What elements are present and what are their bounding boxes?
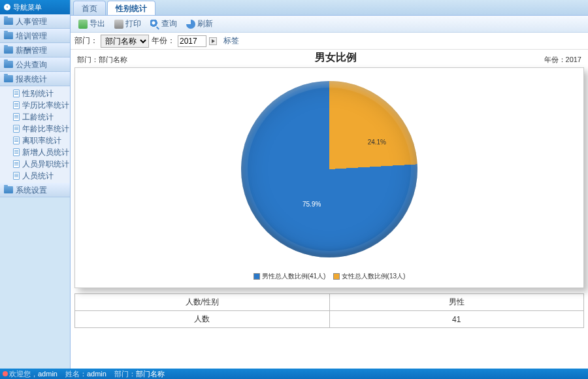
status-dept: 部门：部门名称 [114,369,165,379]
sidebar: ‹ 导航菜单 人事管理 培训管理 薪酬管理 公共查询 报表统计 性别统计 学历比… [0,0,71,369]
toolbar: 导出 打印 查询 刷新 [71,16,588,33]
legend-swatch-male [253,273,260,280]
chart-title: 男女比例 [127,51,544,65]
print-button[interactable]: 打印 [110,17,145,31]
doc-icon [13,113,20,121]
sidebar-header: ‹ 导航菜单 [0,0,70,14]
subnav-newstaff[interactable]: 新增人员统计 [0,146,70,158]
doc-icon [13,148,20,156]
tag-label: 标签 [223,35,239,46]
subnav-leave[interactable]: 离职率统计 [0,135,70,146]
folder-icon [4,46,13,54]
dept-select[interactable]: 部门名称 [101,35,149,48]
user-icon [3,371,8,376]
status-bar: 欢迎您，admin 姓名：admin 部门：部门名称 [0,369,588,379]
export-icon [78,20,88,29]
refresh-icon [186,20,195,29]
table-row: 人数/性别 男性 [75,294,584,311]
doc-icon [13,90,20,97]
folder-icon [4,75,13,82]
nav-group-report[interactable]: 报表统计 [0,72,70,86]
chart-header: 部门：部门名称 男女比例 年份：2017 [74,51,584,65]
year-input[interactable] [178,35,206,47]
doc-icon [13,172,20,180]
export-button[interactable]: 导出 [74,17,109,31]
tab-home[interactable]: 首页 [73,1,106,15]
subnav-age[interactable]: 年龄比率统计 [0,123,70,135]
status-name: 姓名：admin [65,369,106,379]
subnav-staff[interactable]: 人员统计 [0,170,70,182]
folder-icon [4,18,13,25]
nav-group-system[interactable]: 系统设置 [0,183,70,197]
pie-chart: 24.1% 75.9% 男性总人数比例(41人) 女性总人数比例(13人) [74,67,584,288]
search-icon [150,20,159,29]
chart-year: 年份：2017 [544,55,581,65]
main-area: 首页 性别统计 导出 打印 查询 刷新 部门： 部门名称 年份： 标签 部门：部… [71,0,588,369]
table-row: 人数 41 [75,311,584,328]
folder-icon [4,61,13,68]
print-icon [114,20,123,29]
legend-female: 女性总人数比例(13人) [342,272,406,280]
pie-label-male: 75.9% [302,201,321,208]
table-header-left: 人数/性别 [75,294,330,311]
chart-legend: 男性总人数比例(41人) 女性总人数比例(13人) [75,272,583,281]
report-subnav: 性别统计 学历比率统计 工龄统计 年龄比率统计 离职率统计 新增人员统计 人员异… [0,86,70,183]
search-button[interactable]: 查询 [146,17,181,31]
dept-label: 部门： [74,35,98,46]
pie-graphic [241,81,417,257]
nav-group-training[interactable]: 培训管理 [0,29,70,43]
tab-gender-stats[interactable]: 性别统计 [107,1,155,15]
nav-group-public[interactable]: 公共查询 [0,58,70,72]
doc-icon [13,160,20,168]
tab-bar: 首页 性别统计 [71,0,588,16]
collapse-icon[interactable]: ‹ [4,4,10,10]
filter-bar: 部门： 部门名称 年份： 标签 [71,33,588,50]
folder-icon [4,186,13,193]
pie-label-female: 24.1% [368,139,386,146]
subnav-education[interactable]: 学历比率统计 [0,99,70,111]
refresh-button[interactable]: 刷新 [182,17,217,31]
nav-group-hr[interactable]: 人事管理 [0,14,70,29]
legend-male: 男性总人数比例(41人) [262,272,326,280]
table-row-label: 人数 [75,311,330,328]
data-table: 人数/性别 男性 人数 41 [74,293,584,328]
chart-dept: 部门：部门名称 [77,55,127,65]
year-label: 年份： [152,35,175,46]
subnav-gender[interactable]: 性别统计 [0,88,70,99]
doc-icon [13,137,20,144]
year-go-button[interactable] [209,37,217,45]
chart-area: 部门：部门名称 男女比例 年份：2017 24.1% 75.9% 男性总人数比例… [71,50,588,369]
legend-swatch-female [333,273,340,280]
subnav-seniority[interactable]: 工龄统计 [0,111,70,123]
table-header-col: 男性 [329,294,584,311]
doc-icon [13,125,20,133]
subnav-transfer[interactable]: 人员异职统计 [0,158,70,170]
status-welcome: 欢迎您，admin [3,369,57,379]
nav-group-salary[interactable]: 薪酬管理 [0,43,70,58]
table-row-value: 41 [329,311,584,328]
sidebar-title: 导航菜单 [13,0,42,14]
doc-icon [13,101,20,109]
folder-icon [4,32,13,39]
